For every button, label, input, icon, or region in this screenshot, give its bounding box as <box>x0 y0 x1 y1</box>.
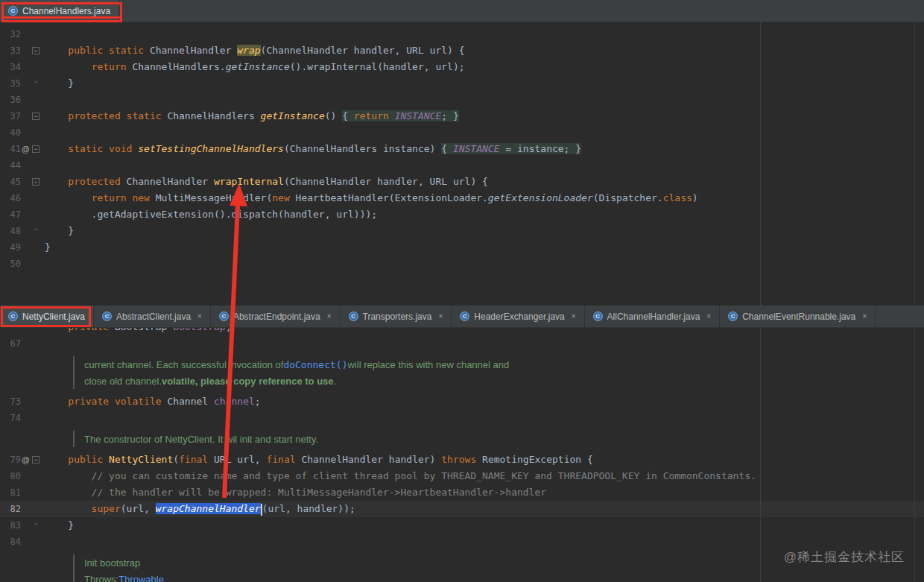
code-line-45[interactable]: 45− protected ChannelHandler wrapInterna… <box>0 174 924 190</box>
code-line-36[interactable]: 36 <box>0 92 924 108</box>
editor-tab-transporters-java[interactable]: CTransporters.java× <box>341 306 452 327</box>
line-number[interactable]: 34 <box>0 62 21 72</box>
code-text[interactable]: super(url, wrapChannelHandler(url, handl… <box>45 501 355 517</box>
java-class-icon: C <box>349 311 358 321</box>
gutter: @− <box>21 455 45 464</box>
fold-collapse-icon[interactable]: − <box>32 47 39 54</box>
editor-tab-abstractclient-java[interactable]: CAbstractClient.java× <box>94 306 211 327</box>
code-text[interactable]: protected static ChannelHandlers getInst… <box>45 108 459 124</box>
line-number[interactable]: 74 <box>0 413 21 423</box>
code-text[interactable]: // you can customize name and type of cl… <box>45 468 756 484</box>
line-number[interactable]: 46 <box>0 193 21 203</box>
line-number[interactable]: 47 <box>0 209 21 220</box>
line-number[interactable]: 49 <box>0 242 21 253</box>
line-number[interactable]: 35 <box>0 78 21 89</box>
code-text[interactable]: public NettyClient(final URL url, final … <box>45 452 593 468</box>
code-line-32[interactable]: 32 <box>0 26 924 42</box>
line-number[interactable]: 81 <box>0 487 21 498</box>
rendered-doc-comment: current channel. Each successful invocat… <box>73 356 924 389</box>
code-text[interactable]: protected ChannelHandler wrapInternal(Ch… <box>45 174 488 190</box>
code-line-80[interactable]: 80 // you can customize name and type of… <box>0 468 924 484</box>
code-line-46[interactable]: 46 return new MultiMessageHandler(new He… <box>0 190 924 206</box>
fold-end-icon[interactable]: ⌃ <box>34 227 39 235</box>
fold-collapse-icon[interactable]: − <box>32 456 39 464</box>
code-text[interactable]: .getAdaptiveExtension().dispatch(handler… <box>45 206 377 223</box>
editor-tab-channelhandlers-java[interactable]: CChannelHandlers.java <box>0 0 119 22</box>
fold-end-icon[interactable]: ⌃ <box>34 80 39 88</box>
line-number[interactable]: 32 <box>0 29 21 39</box>
code-line-50[interactable]: 50 <box>0 256 924 272</box>
line-number[interactable]: 41 <box>0 144 21 154</box>
code-line-79[interactable]: 79@− public NettyClient(final URL url, f… <box>0 452 924 468</box>
code-line-81[interactable]: 81 // the handler will be wrapped: Multi… <box>0 484 924 501</box>
scrollbar-track[interactable] <box>914 328 924 582</box>
code-text[interactable]: return new MultiMessageHandler(new Heart… <box>45 190 698 206</box>
code-text[interactable]: public static ChannelHandler wrap(Channe… <box>45 42 465 59</box>
code-text[interactable]: } <box>45 239 51 256</box>
fold-collapse-icon[interactable]: − <box>32 145 39 153</box>
line-number[interactable]: 82 <box>0 504 21 514</box>
code-text[interactable]: private Bootstrap bootstrap; <box>45 328 232 335</box>
code-text[interactable]: } <box>45 75 74 92</box>
line-number[interactable]: 36 <box>0 95 21 105</box>
line-number[interactable]: 83 <box>0 520 21 531</box>
editor-tab-channeleventrunnable-java[interactable]: CChannelEventRunnable.java× <box>720 306 876 327</box>
code-line-73[interactable]: 73 private volatile Channel channel; <box>0 393 924 410</box>
code-line-40[interactable]: 40 <box>0 124 924 141</box>
code-text[interactable]: return ChannelHandlers.getInstance().wra… <box>45 59 465 75</box>
code-line-48[interactable]: 48⌃ } <box>0 223 924 239</box>
top-editor-channelhandlers[interactable]: 3233− public static ChannelHandler wrap(… <box>0 22 924 306</box>
code-text[interactable]: // the handler will be wrapped: MultiMes… <box>45 484 546 501</box>
line-number[interactable]: 33 <box>0 45 21 56</box>
fold-end-icon[interactable]: ⌃ <box>34 522 39 530</box>
close-tab-icon[interactable]: × <box>327 312 332 320</box>
code-line-34[interactable]: 34 return ChannelHandlers.getInstance().… <box>0 59 924 75</box>
close-tab-icon[interactable]: × <box>197 312 202 320</box>
line-number[interactable]: 37 <box>0 111 21 121</box>
code-line-49[interactable]: 49} <box>0 239 924 256</box>
code-line-82[interactable]: 82 super(url, wrapChannelHandler(url, ha… <box>0 501 924 517</box>
code-line-37[interactable]: 37− protected static ChannelHandlers get… <box>0 108 924 124</box>
fold-collapse-icon[interactable]: − <box>32 113 39 120</box>
code-text[interactable]: static void setTestingChannelHandlers(Ch… <box>45 141 581 157</box>
line-number[interactable]: 44 <box>0 160 21 171</box>
code-line-84[interactable]: 84 <box>0 534 924 550</box>
line-number[interactable]: 84 <box>0 537 21 547</box>
close-tab-icon[interactable]: × <box>438 312 443 320</box>
close-tab-icon[interactable]: × <box>572 312 576 320</box>
code-line-41[interactable]: 41@− static void setTestingChannelHandle… <box>0 141 924 157</box>
editor-tab-abstractendpoint-java[interactable]: CAbstractEndpoint.java× <box>211 306 341 327</box>
code-line-74[interactable]: 74 <box>0 410 924 426</box>
code-line-47[interactable]: 47 .getAdaptiveExtension().dispatch(hand… <box>0 206 924 223</box>
editor-tab-headerexchanger-java[interactable]: CHeaderExchanger.java× <box>452 306 584 327</box>
line-number[interactable]: 40 <box>0 127 21 138</box>
code-line-83[interactable]: 83⌃ } <box>0 517 924 534</box>
line-number[interactable]: 45 <box>0 177 21 187</box>
fold-collapse-icon[interactable]: − <box>32 178 39 186</box>
editor-tab-allchannelhandler-java[interactable]: CAllChannelHandler.java× <box>585 306 721 327</box>
line-number[interactable]: 50 <box>0 259 21 269</box>
line-number[interactable]: 79 <box>0 455 21 465</box>
close-tab-icon[interactable]: × <box>862 312 867 320</box>
code-line-67[interactable]: 67 <box>0 335 924 352</box>
code-text[interactable]: } <box>45 223 74 239</box>
tab-label: AbstractClient.java <box>116 311 191 322</box>
close-tab-icon[interactable]: × <box>706 312 711 320</box>
bottom-editor-nettyclient[interactable]: private Bootstrap bootstrap;67current ch… <box>0 328 924 582</box>
line-number[interactable]: 80 <box>0 471 21 481</box>
scrollbar-track[interactable] <box>914 22 924 306</box>
code-line-35[interactable]: 35⌃ } <box>0 75 924 92</box>
line-number[interactable]: 48 <box>0 226 21 236</box>
tab-label: NettyClient.java <box>22 311 85 322</box>
tab-label: Transporters.java <box>363 311 432 322</box>
editor-tab-nettyclient-java[interactable]: CNettyClient.java <box>0 306 94 327</box>
line-number[interactable]: 67 <box>0 338 21 349</box>
code-line-33[interactable]: 33− public static ChannelHandler wrap(Ch… <box>0 42 924 59</box>
doc-link[interactable]: doConnect() <box>283 359 347 370</box>
line-number[interactable]: 73 <box>0 396 21 407</box>
code-text[interactable]: private volatile Channel channel; <box>45 393 261 410</box>
code-line[interactable]: private Bootstrap bootstrap; <box>0 328 924 335</box>
code-text[interactable]: } <box>45 517 74 534</box>
doc-link[interactable]: Throwable <box>118 574 164 582</box>
code-line-44[interactable]: 44 <box>0 157 924 174</box>
